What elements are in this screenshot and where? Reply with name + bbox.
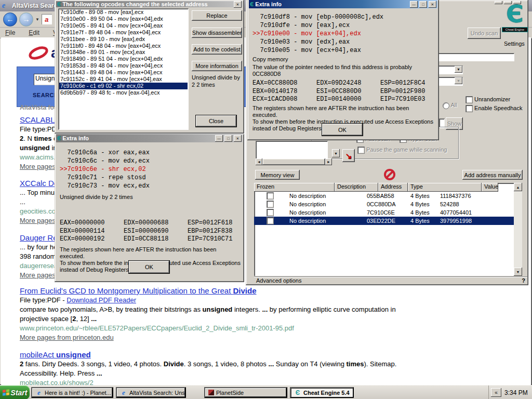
ce-minimize-button[interactable] [495, 1, 502, 4]
result-line[interactable]: More pages from princeton.edu [20, 333, 415, 342]
unrandomizer-checkbox[interactable]: Unrandomizer [466, 96, 510, 103]
opcode-list-item[interactable]: 7c910e05 - 89 41 04 - mov [ecx+04],eax [59, 22, 188, 29]
table-row[interactable]: No description 03ED22DE 4 Bytes 39799519… [254, 217, 522, 225]
frozen-checkbox[interactable] [267, 217, 274, 224]
ok-button[interactable]: OK [322, 124, 363, 136]
scroll-left-icon[interactable]: ◄ [256, 158, 262, 165]
add-selected-address-button[interactable]: ↘ [342, 149, 355, 162]
close-icon[interactable]: ✕ [234, 135, 242, 142]
result-line[interactable]: From Euclid's GCD to Montgomery Multipli… [20, 286, 415, 296]
opcode-list-item[interactable]: 7c910e00 - 89 50 04 - mov [eax+04],edx [59, 16, 188, 22]
ok-button[interactable]: OK [129, 261, 169, 273]
column-header[interactable]: Type [408, 183, 482, 192]
opcode-list-item[interactable]: 7c91848e - 89 01 - mov [ecx],eax [59, 49, 188, 56]
taskbar-task-button[interactable]: AltaVista Search: Unsign... [116, 387, 186, 398]
disassembly-listing: 7c910df8 - mov [ebp-0000008c],edx 7c910d… [252, 13, 383, 55]
scroll-up-icon[interactable]: ▲ [514, 183, 522, 191]
maximize-icon[interactable]: □ [419, 1, 427, 8]
close-button[interactable]: Close [196, 115, 236, 127]
taskbar-task-button[interactable]: PlanetSide [204, 387, 287, 398]
forward-button[interactable]: → [19, 12, 33, 26]
column-header[interactable]: Value [482, 183, 498, 192]
minimize-icon[interactable]: — [215, 135, 223, 142]
combo-dropdown-icon[interactable]: ▼ [455, 66, 462, 73]
frozen-checkbox[interactable] [267, 201, 274, 208]
frozen-checkbox[interactable] [267, 192, 274, 200]
minimize-icon[interactable]: — [410, 1, 418, 8]
opcodes-dialog-titlebar[interactable]: Є The following opcodes changed the sele… [56, 1, 243, 7]
scan-value-field[interactable] [433, 53, 514, 61]
extra-info-top-titlebar[interactable]: Є Extra info — □ ✕ [249, 0, 437, 8]
combo-dropdown-icon: ▼ [455, 77, 462, 84]
task-icon [120, 389, 127, 396]
found-list-scroll-down-icon[interactable]: ▼ [332, 149, 340, 157]
taskbar-task-button[interactable]: Here is a hint! :) - Planet... [31, 387, 113, 398]
column-header[interactable]: Description [335, 183, 378, 192]
column-header[interactable]: Frozen [254, 183, 335, 192]
found-address-list[interactable]: 38DF2916 11223..38E4FA20 11223 [256, 141, 328, 159]
cheat-engine-badge: Cheat Engine [502, 27, 528, 32]
no-entry-icon[interactable] [384, 169, 395, 180]
disasm-line: 7c910c6c - mov edx,ecx [60, 157, 150, 165]
result-line: Accessibility. Help. Press ... [20, 369, 415, 378]
address-table: FrozenDescriptionAddressTypeValue No des… [254, 183, 522, 276]
scroll-thumb[interactable] [262, 158, 325, 165]
radio-all[interactable]: All [443, 102, 457, 109]
result-line[interactable]: mobileAct unsigned [20, 350, 415, 360]
menu-edit[interactable]: Edit [29, 29, 39, 36]
opcode-list-item[interactable]: 7c911bf0 - 89 48 04 - mov [eax+04],ecx [59, 43, 188, 49]
tray-chevron-button[interactable]: « [491, 388, 501, 397]
opcode-list[interactable]: 7c910dfe - 89 08 - mov [eax],ecx7c910e00… [58, 8, 189, 130]
opcode-list-item[interactable]: 7c91853d - 89 48 04 - mov [eax+04],ecx [59, 62, 188, 69]
register-row: EBX=00140178ESI=0CC880D0EBP=0012F980 [252, 88, 444, 96]
opcode-list-item[interactable]: 7c91152c - 89 41 04 - mov [ecx+04],eax [59, 76, 188, 83]
opcode-list-item[interactable]: 7c910c6e - c1 e9 02 - shr ecx,02 [59, 83, 188, 89]
help-button[interactable]: ? [522, 277, 525, 284]
taskbar-task-button[interactable]: Cheat Engine 5.4 [290, 387, 354, 398]
found-list-hscrollbar[interactable]: ◄ ► [256, 158, 332, 165]
add-to-codelist-button[interactable]: Add to the codelist [192, 44, 242, 55]
table-row[interactable]: No description 055BAB58 4 Bytes 11184373… [254, 192, 522, 200]
table-row[interactable]: No description 0CC880DA 4 Bytes 524288 [254, 200, 522, 208]
scroll-right-icon[interactable]: ► [325, 158, 332, 165]
close-icon[interactable]: ✕ [429, 1, 436, 8]
result-line: 2 fans. Dirty Deeds. 3 songs, 1 video, 4… [20, 360, 415, 369]
memory-view-button[interactable]: Memory view [255, 170, 300, 180]
opcode-list-item[interactable]: 7c910dfe - 89 08 - mov [eax],ecx [59, 9, 188, 16]
column-header[interactable]: Address [378, 183, 408, 192]
opcode-list-item[interactable]: 7c911bee - 89 10 - mov [eax],edx [59, 36, 188, 43]
undo-scan-button[interactable]: Undo scan [468, 28, 501, 39]
taskbar-tasks: Here is a hint! :) - Planet... AltaVista… [31, 387, 354, 398]
history-dropdown-icon[interactable]: ▼ [35, 17, 39, 22]
table-vscrollbar[interactable]: ▲ ▼ [514, 183, 522, 276]
opcode-list-item[interactable]: 7c911443 - 89 48 04 - mov [eax+04],ecx [59, 69, 188, 76]
replace-button[interactable]: Replace [192, 10, 242, 21]
pointer-hint: The value of the pointer needed to find … [252, 64, 434, 77]
result-line[interactable]: File type:PDF - Download PDF Reader [20, 296, 415, 305]
pause-while-scanning-checkbox[interactable]: Pause the game while scanning [357, 147, 447, 154]
table-row[interactable]: No description 7C910C6E 4 Bytes 40770544… [254, 208, 522, 217]
more-information-button[interactable]: More information [192, 61, 242, 71]
altavista-swirl-icon [27, 45, 50, 61]
advanced-options-bar[interactable]: Advanced options ? [254, 276, 527, 284]
opcode-list-item[interactable]: 7c911e7f - 89 48 04 - mov [eax+04],ecx [59, 29, 188, 36]
frozen-checkbox[interactable] [267, 209, 274, 216]
extra-info-mid-titlebar[interactable]: Є Extra info — □ ✕ [56, 134, 243, 142]
start-button[interactable]: Start [0, 385, 30, 399]
opcode-list-item[interactable]: 6d9b5b97 - 89 48 fc - mov [eax-04],ecx [59, 89, 188, 96]
speedhack-checkbox[interactable]: Enable Speedhack [466, 105, 522, 112]
maximize-icon[interactable]: □ [224, 135, 232, 142]
address-table-header: FrozenDescriptionAddressTypeValue [254, 183, 522, 192]
cheat-engine-logo[interactable]: Є Cheat Engine [502, 1, 528, 32]
back-button[interactable]: ← [3, 12, 17, 26]
close-icon[interactable]: ✕ [234, 1, 242, 8]
result-line: compare two polynomials, A>B, by treatin… [20, 305, 415, 314]
add-address-manually-button[interactable]: Add address manually [462, 170, 523, 180]
settings-link[interactable]: Settings [504, 41, 525, 47]
red-arrow-icon: ↘ [345, 151, 352, 161]
menu-file[interactable]: File [5, 29, 15, 36]
scroll-down-icon[interactable]: ▼ [514, 268, 522, 276]
search-result: mobileAct unsigned2 fans. Dirty Deeds. 3… [20, 350, 415, 385]
opcode-list-item[interactable]: 7c918490 - 89 51 04 - mov [ecx+04],edx [59, 56, 188, 62]
show-disassembler-button[interactable]: Show disassembler [192, 28, 242, 38]
